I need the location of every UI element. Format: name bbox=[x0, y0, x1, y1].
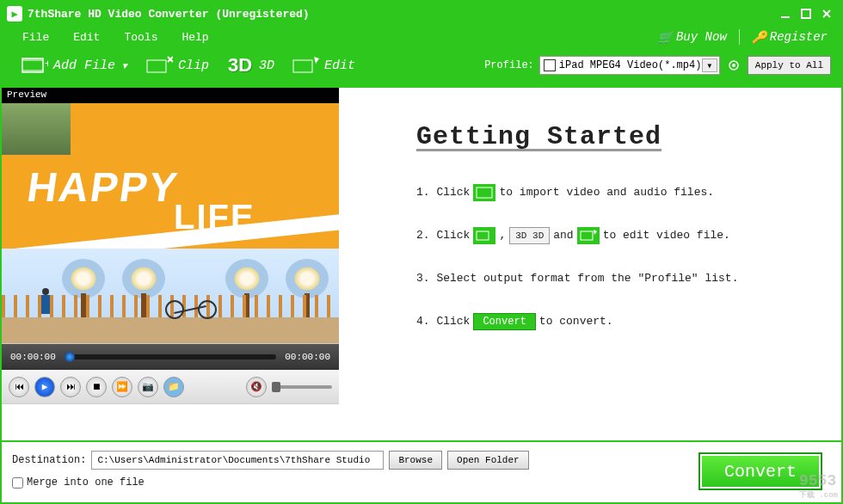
register-label: Register bbox=[770, 30, 828, 44]
time-total: 00:00:00 bbox=[285, 352, 330, 362]
edit-label: Edit bbox=[324, 58, 355, 73]
svg-marker-18 bbox=[594, 230, 597, 235]
player-controls: ⏮ ▶ ⏭ ⏹ ⏩ 📷 📁 🔇 bbox=[2, 370, 339, 404]
3d-icon: 3D 3D bbox=[509, 227, 550, 244]
snapshot-button[interactable]: 📷 bbox=[138, 377, 158, 397]
menu-help[interactable]: Help bbox=[169, 31, 220, 44]
close-button[interactable] bbox=[817, 6, 836, 22]
preview-text-1: HAPPY bbox=[24, 163, 182, 211]
next-button[interactable]: ⏭ bbox=[60, 377, 81, 397]
key-icon: 🔑 bbox=[752, 30, 766, 45]
clip-button[interactable]: Clip bbox=[137, 52, 218, 79]
titlebar: ▶ 7thShare HD Video Converter (Unregiste… bbox=[2, 2, 841, 26]
3d-label: 3D bbox=[259, 58, 274, 73]
svg-rect-5 bbox=[22, 58, 43, 61]
clip-label: Clip bbox=[178, 58, 209, 73]
merge-checkbox[interactable] bbox=[12, 477, 23, 489]
buy-now-link[interactable]: 🛒 Buy Now bbox=[653, 29, 732, 45]
step-3: 3. Select output format from the "Profil… bbox=[416, 268, 815, 289]
menu-file[interactable]: File bbox=[10, 31, 61, 44]
film-icon: + bbox=[21, 55, 48, 76]
play-button[interactable]: ▶ bbox=[34, 377, 55, 397]
watermark: 9553 下载 .com bbox=[799, 471, 838, 501]
menu-tools[interactable]: Tools bbox=[112, 31, 169, 44]
step-button[interactable]: ⏩ bbox=[112, 377, 132, 397]
open-folder-button[interactable]: Open Folder bbox=[447, 451, 529, 470]
svg-rect-6 bbox=[22, 70, 43, 72]
svg-rect-0 bbox=[781, 16, 790, 18]
browse-button[interactable]: Browse bbox=[389, 451, 442, 470]
destination-label: Destination: bbox=[12, 454, 86, 466]
profile-value: iPad MPEG4 Video(*.mp4) bbox=[559, 59, 702, 71]
svg-rect-8 bbox=[147, 60, 166, 72]
edit-icon bbox=[577, 227, 600, 244]
apply-to-all-button[interactable]: Apply to All bbox=[748, 56, 831, 75]
profile-select[interactable]: iPad MPEG4 Video(*.mp4) ▾ bbox=[539, 56, 720, 75]
profile-label: Profile: bbox=[484, 59, 534, 71]
svg-rect-15 bbox=[477, 187, 492, 198]
getting-started-panel: Getting Started 1. Click to import video… bbox=[339, 88, 841, 440]
bottom-bar: Destination: Browse Open Folder Merge in… bbox=[2, 440, 841, 502]
step-4: 4. Click Convert to convert. bbox=[416, 311, 815, 332]
window-title: 7thShare HD Video Converter (Unregistere… bbox=[28, 8, 310, 21]
3d-icon: 3D bbox=[226, 55, 254, 76]
step-2: 2. Click , 3D 3D and to edit video file. bbox=[416, 225, 815, 246]
menubar: File Edit Tools Help 🛒 Buy Now 🔑 Registe… bbox=[2, 26, 841, 48]
maximize-button[interactable] bbox=[797, 6, 815, 22]
svg-text:+: + bbox=[45, 58, 48, 71]
svg-rect-11 bbox=[293, 60, 312, 72]
convert-inline-icon: Convert bbox=[473, 313, 535, 330]
chevron-down-icon: ▾ bbox=[702, 58, 717, 72]
profile-settings-button[interactable] bbox=[725, 57, 742, 74]
svg-point-14 bbox=[732, 64, 735, 67]
svg-marker-12 bbox=[314, 57, 319, 64]
edit-icon bbox=[292, 55, 319, 76]
preview-image: HAPPY LIFE bbox=[2, 103, 339, 344]
destination-input[interactable] bbox=[91, 451, 384, 470]
timeline[interactable]: 00:00:00 00:00:00 bbox=[2, 344, 339, 370]
svg-rect-1 bbox=[802, 9, 810, 18]
prev-button[interactable]: ⏮ bbox=[9, 377, 29, 397]
clip-icon bbox=[473, 227, 495, 244]
mute-button[interactable]: 🔇 bbox=[246, 377, 267, 397]
menu-edit[interactable]: Edit bbox=[61, 31, 112, 44]
seek-knob[interactable] bbox=[65, 352, 75, 362]
film-icon bbox=[473, 184, 495, 201]
chevron-down-icon: ▾ bbox=[120, 58, 128, 74]
separator bbox=[739, 29, 740, 45]
toolbar: + Add File ▾ Clip 3D 3D Edit Profile: iP… bbox=[2, 48, 841, 88]
cart-icon: 🛒 bbox=[658, 30, 673, 45]
3d-button[interactable]: 3D 3D bbox=[218, 52, 283, 79]
add-file-button[interactable]: + Add File ▾ bbox=[12, 52, 137, 79]
add-file-label: Add File bbox=[53, 58, 115, 73]
preview-label: Preview bbox=[2, 88, 339, 103]
snapshot-folder-button[interactable]: 📁 bbox=[163, 377, 184, 397]
stop-button[interactable]: ⏹ bbox=[86, 377, 107, 397]
clip-icon bbox=[145, 55, 173, 76]
step-1: 1. Click to import video and audio files… bbox=[416, 182, 815, 203]
buy-now-label: Buy Now bbox=[676, 30, 727, 44]
getting-started-heading: Getting Started bbox=[416, 122, 815, 151]
device-icon bbox=[544, 59, 556, 71]
svg-rect-17 bbox=[581, 231, 593, 240]
volume-knob[interactable] bbox=[272, 382, 280, 392]
minimize-button[interactable] bbox=[776, 6, 795, 22]
edit-button[interactable]: Edit bbox=[283, 52, 364, 79]
svg-rect-16 bbox=[477, 231, 489, 240]
seek-track[interactable] bbox=[65, 354, 276, 360]
merge-label: Merge into one file bbox=[27, 476, 145, 489]
time-current: 00:00:00 bbox=[10, 352, 56, 362]
volume-slider[interactable] bbox=[272, 385, 332, 389]
app-logo-icon: ▶ bbox=[7, 6, 22, 22]
register-link[interactable]: 🔑 Register bbox=[747, 29, 833, 45]
